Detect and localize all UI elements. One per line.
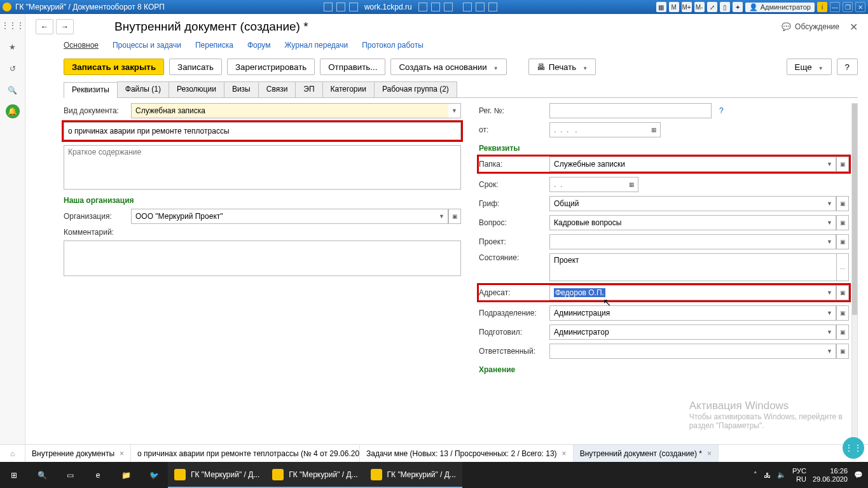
tab-links[interactable]: Связи [258,81,296,97]
taskbar-app[interactable]: ГК "Меркурий" / Д... [266,462,364,488]
app-icon[interactable]: 🐦 [140,462,168,488]
deadline-input[interactable] [549,177,626,192]
window-restore-icon[interactable]: ❐ [843,2,853,12]
tab-attributes[interactable]: Реквизиты [64,82,118,98]
nav-forum[interactable]: Форум [247,41,270,50]
dropdown-icon[interactable]: ▼ [448,103,461,118]
mdi-close-icon[interactable] [488,3,497,11]
home-icon[interactable]: ⌂ [0,445,25,462]
open-icon[interactable]: ▣ [836,157,849,172]
close-icon[interactable]: × [707,449,712,458]
dropdown-icon[interactable]: ▼ [436,209,448,224]
open-tab[interactable]: о причинах аварии при ремонте теплотрасс… [131,445,360,462]
status-input[interactable]: Проект [549,253,837,281]
open-tab[interactable]: Внутренний документ (создание) *× [574,445,719,462]
grif-input[interactable] [549,196,823,211]
tab-categories[interactable]: Категории [322,81,375,97]
taskbar-app[interactable]: ГК "Меркурий" / Д... [168,462,266,488]
apps-icon[interactable]: ⋮⋮⋮ [5,18,20,33]
taskbar-app[interactable]: ГК "Меркурий" / Д... [364,462,462,488]
mdi-min-icon[interactable] [418,3,427,11]
tray-network-icon[interactable]: 🖧 [764,471,771,479]
nav-correspondence[interactable]: Переписка [195,41,233,50]
tray-date[interactable]: 29.06.2020 [813,475,848,484]
dropdown-icon[interactable]: ▼ [823,215,836,230]
question-input[interactable] [549,215,823,230]
help-button[interactable]: ? [837,59,858,75]
nav-main[interactable]: Основное [64,41,99,50]
nav-protocol[interactable]: Протокол работы [362,41,424,50]
nav-back-button[interactable]: ← [36,19,53,34]
organization-input[interactable] [131,209,436,224]
search-icon[interactable]: 🔍 [28,462,56,488]
tab-signature[interactable]: ЭП [295,81,322,97]
dropdown-icon[interactable]: ▼ [823,305,836,321]
save-and-close-button[interactable]: Записать и закрыть [64,59,164,75]
prepared-input[interactable] [549,324,823,340]
m-btn[interactable]: M [669,2,679,12]
open-icon[interactable]: ▣ [836,305,849,321]
favorite-icon[interactable]: ★ [5,39,20,55]
window-close-icon[interactable]: ✕ [855,2,865,12]
dropdown-icon[interactable]: ▼ [823,324,836,340]
register-button[interactable]: Зарегистрировать [227,59,315,75]
info-icon[interactable]: i [817,2,827,12]
dropdown-icon[interactable]: ▼ [823,344,836,359]
system-tray[interactable]: ˄ 🖧 🔈 РУСRU 16:2629.06.2020 💬 [748,467,868,484]
discuss-button[interactable]: 💬 Обсуждение [782,22,839,31]
open-icon[interactable]: ▣ [448,209,461,224]
nav-transfer-log[interactable]: Журнал передачи [284,41,348,50]
project-input[interactable] [549,234,823,249]
mdi-min-icon[interactable] [324,3,333,11]
open-icon[interactable]: ▣ [836,196,849,211]
print-button[interactable]: 🖶 Печать [528,59,596,75]
tab-files[interactable]: Файлы (1) [117,81,169,97]
edge-icon[interactable]: e [84,462,112,488]
mdi-tab[interactable] [320,1,362,13]
tray-lang2[interactable]: RU [792,475,806,484]
dropdown-icon[interactable]: ▼ [823,157,836,172]
support-bubble-icon[interactable]: ⋮⋮ [843,437,864,459]
responsible-input[interactable] [549,344,823,359]
comment-textarea[interactable] [64,241,461,276]
open-icon[interactable]: ▣ [836,215,849,230]
nav-forward-button[interactable]: → [56,19,74,34]
mdi-close-icon[interactable] [444,3,453,11]
tray-time[interactable]: 16:26 [813,467,848,475]
addressee-input[interactable]: Федоров О.П. [549,285,823,300]
mdi-min-icon[interactable] [463,3,472,11]
calendar-icon[interactable]: ▦ [626,177,638,192]
tab-visas[interactable]: Визы [224,81,259,97]
mdi-close-icon[interactable] [349,3,358,11]
page-close-icon[interactable]: ✕ [850,21,858,33]
window-min-icon[interactable]: — [830,2,840,12]
open-icon[interactable]: ▣ [836,324,849,340]
subject-input[interactable] [64,122,461,140]
search-icon[interactable]: 🔍 [5,83,20,98]
close-icon[interactable]: × [120,449,124,458]
current-user[interactable]: 👤 Администратор [745,3,815,12]
from-date-input[interactable] [549,122,648,137]
brief-textarea[interactable] [64,145,461,190]
calendar-icon[interactable]: ▦ [656,2,666,12]
notifications-icon[interactable]: 🔔 [6,104,20,118]
create-based-button[interactable]: Создать на основании [390,59,506,75]
regno-help-icon[interactable]: ? [719,106,724,115]
explorer-icon[interactable]: 📁 [112,462,140,488]
tray-chevron-icon[interactable]: ˄ [754,471,757,479]
mdi-restore-icon[interactable] [336,3,345,11]
dropdown-icon[interactable]: ▼ [823,285,836,300]
mdi-tab[interactable] [415,1,457,13]
zoom-icon[interactable]: ⤢ [707,2,717,12]
tools-icon[interactable]: ✦ [733,2,743,12]
save-button[interactable]: Записать [169,59,222,75]
mdi-tab[interactable] [459,1,501,13]
mminus-btn[interactable]: M- [694,2,705,12]
mdi-restore-icon[interactable] [431,3,440,11]
calendar-icon[interactable]: ▦ [648,122,661,137]
mplus-btn[interactable]: M+ [682,2,692,12]
close-icon[interactable]: × [562,449,567,458]
form-scrollbar[interactable] [851,103,858,457]
open-icon[interactable]: ▣ [836,285,849,300]
mdi-restore-icon[interactable] [476,3,485,11]
